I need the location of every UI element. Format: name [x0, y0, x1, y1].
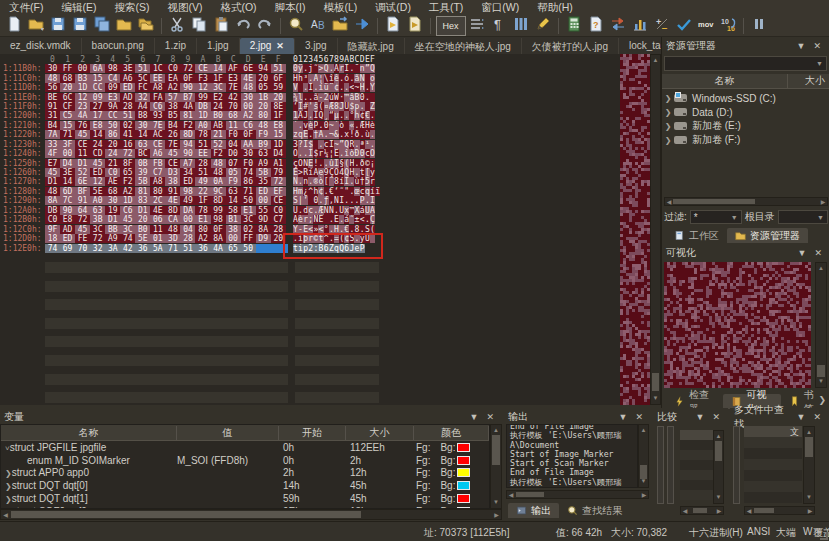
- variables-hscrollbar[interactable]: ◀ ▶: [0, 509, 502, 520]
- hex-byte[interactable]: C0: [105, 168, 120, 177]
- ascii-cells[interactable]: 1ÅJ.ÌQ¸“µ..°h¢€.: [293, 111, 375, 120]
- hex-mode-button[interactable]: Hex: [436, 16, 466, 36]
- hex-byte[interactable]: 78: [195, 130, 210, 139]
- chevron-right-icon[interactable]: ❯: [662, 122, 674, 131]
- hex-byte[interactable]: F9: [226, 177, 241, 186]
- hex-byte[interactable]: 81: [180, 111, 195, 120]
- hex-byte[interactable]: B0: [135, 225, 150, 234]
- chevron-right-icon[interactable]: ❯: [5, 495, 12, 504]
- hex-byte[interactable]: AA: [241, 140, 256, 149]
- chevron-right-icon[interactable]: ❯: [662, 108, 674, 117]
- hex-byte[interactable]: 2C: [150, 196, 165, 205]
- hex-byte[interactable]: B5: [165, 111, 180, 120]
- hex-byte[interactable]: 6F: [271, 74, 286, 83]
- hex-byte[interactable]: 9C: [211, 187, 226, 196]
- template-help-button[interactable]: ?: [586, 16, 607, 36]
- hex-byte[interactable]: 41: [120, 130, 135, 139]
- check-syntax-button[interactable]: [674, 16, 695, 36]
- hex-byte[interactable]: 68: [226, 111, 241, 120]
- variables-header[interactable]: 名称值开始大小颜色: [1, 425, 489, 441]
- panel-close-icon[interactable]: ✕: [631, 412, 647, 422]
- hex-byte[interactable]: A6: [120, 74, 135, 83]
- hex-byte[interactable]: F2: [120, 177, 135, 186]
- hex-byte[interactable]: D3: [165, 168, 180, 177]
- hex-byte[interactable]: 9D: [256, 215, 271, 224]
- folder-stack-button[interactable]: [136, 16, 157, 36]
- hex-byte[interactable]: 99: [211, 206, 226, 215]
- hex-byte[interactable]: 20: [256, 102, 271, 111]
- hex-byte[interactable]: 50: [105, 121, 120, 130]
- hex-byte[interactable]: A2: [165, 83, 180, 92]
- hex-row-11200h[interactable]: 1:1200h:31C54A17CC51B893B5811DB068A2801F…: [0, 111, 380, 120]
- hex-byte[interactable]: 3B: [90, 215, 105, 224]
- variables-column-大小[interactable]: 大小: [346, 426, 414, 440]
- paste-button[interactable]: [211, 16, 232, 36]
- hex-byte[interactable]: 98: [105, 64, 120, 73]
- ascii-char[interactable]: .: [370, 140, 375, 149]
- menu-item-8[interactable]: 工具(T): [420, 0, 472, 15]
- hex-byte[interactable]: 8E: [271, 102, 286, 111]
- menu-item-9[interactable]: 窗口(W): [472, 0, 528, 15]
- hex-byte[interactable]: 56: [45, 83, 60, 92]
- variables-row[interactable]: ❯struct DQT dqt[0]14h45hFg:Bg:: [1, 479, 489, 492]
- hex-byte[interactable]: E7: [45, 159, 60, 168]
- panel-close-icon[interactable]: ✕: [809, 41, 825, 51]
- hex-byte[interactable]: D1: [45, 177, 60, 186]
- hex-row-11230h[interactable]: 1:1230h:333FCE24201663CE7E94515204AAB91D…: [0, 140, 380, 149]
- chevron-right-icon[interactable]: ❯: [5, 482, 12, 491]
- compare-list[interactable]: [680, 430, 713, 504]
- explorer-search-input[interactable]: ▼: [664, 56, 827, 71]
- replace-button[interactable]: AB: [308, 16, 329, 36]
- hex-byte[interactable]: 48: [211, 159, 226, 168]
- hex-byte[interactable]: BE: [45, 93, 60, 102]
- hex-byte[interactable]: ED: [60, 234, 75, 243]
- hex-byte[interactable]: 7E: [150, 121, 165, 130]
- hex-byte[interactable]: AD: [120, 93, 135, 102]
- hex-byte[interactable]: A2: [195, 234, 210, 243]
- hex-byte[interactable]: E1: [195, 215, 210, 224]
- open-folder-button[interactable]: [114, 16, 135, 36]
- hex-byte[interactable]: B4: [45, 121, 60, 130]
- hex-byte[interactable]: B9: [256, 140, 271, 149]
- hex-byte[interactable]: 00: [241, 102, 256, 111]
- tree-item-新加卷 (F:)[interactable]: ❯新加卷 (F:): [662, 133, 829, 147]
- hex-byte[interactable]: 91: [45, 102, 60, 111]
- hex-byte[interactable]: F9: [256, 130, 271, 139]
- hex-byte[interactable]: 22: [195, 187, 210, 196]
- ascii-cells[interactable]: 3?Î$ .cÎ~”QR.ª¹.: [293, 140, 375, 149]
- hex-byte[interactable]: AD: [60, 225, 75, 234]
- variables-row[interactable]: enum M_ID SOIMarkerM_SOI (FFD8h)0h2hFg:B…: [1, 454, 489, 467]
- hex-byte[interactable]: E8: [60, 215, 75, 224]
- hex-byte[interactable]: 20: [271, 93, 286, 102]
- hex-byte[interactable]: 51: [271, 64, 286, 73]
- hex-byte[interactable]: 51: [120, 111, 135, 120]
- hex-byte[interactable]: 8D: [211, 196, 226, 205]
- hex-byte[interactable]: A8: [150, 177, 165, 186]
- hex-byte[interactable]: 90: [60, 206, 75, 215]
- hex-byte[interactable]: 72: [120, 149, 135, 158]
- ascii-cells[interactable]: Û.dc.ÆÑN.Úx™XáUÀ: [293, 206, 375, 215]
- ascii-char[interactable]: o: [370, 74, 375, 83]
- hex-byte[interactable]: 50: [241, 244, 256, 253]
- hex-byte[interactable]: 9A: [105, 102, 120, 111]
- hex-byte[interactable]: A4: [135, 102, 150, 111]
- hex-byte[interactable]: C6: [150, 102, 165, 111]
- hex-byte[interactable]: FB: [150, 159, 165, 168]
- hex-byte[interactable]: C0: [271, 206, 286, 215]
- hex-byte[interactable]: 80: [150, 187, 165, 196]
- ascii-char[interactable]: À: [370, 206, 375, 215]
- hex-byte[interactable]: 49: [195, 177, 210, 186]
- hex-byte[interactable]: C0: [45, 215, 60, 224]
- hex-byte[interactable]: 8A: [256, 225, 271, 234]
- ascii-char[interactable]: è: [370, 121, 375, 130]
- hex-byte[interactable]: 00: [180, 215, 195, 224]
- hex-byte[interactable]: 24: [90, 140, 105, 149]
- output-tab-输出[interactable]: 输出: [508, 503, 559, 518]
- hex-byte[interactable]: 5E: [90, 187, 105, 196]
- hex-byte[interactable]: 12: [90, 177, 105, 186]
- variables-column-值[interactable]: 值: [177, 426, 279, 440]
- hex-byte[interactable]: A1: [271, 159, 286, 168]
- hex-rows[interactable]: 1:11B0h:30FF006A983E511CC072CE14AF6E9451…: [0, 64, 380, 253]
- hex-byte[interactable]: ED: [120, 83, 135, 92]
- hex-byte[interactable]: F2: [211, 149, 226, 158]
